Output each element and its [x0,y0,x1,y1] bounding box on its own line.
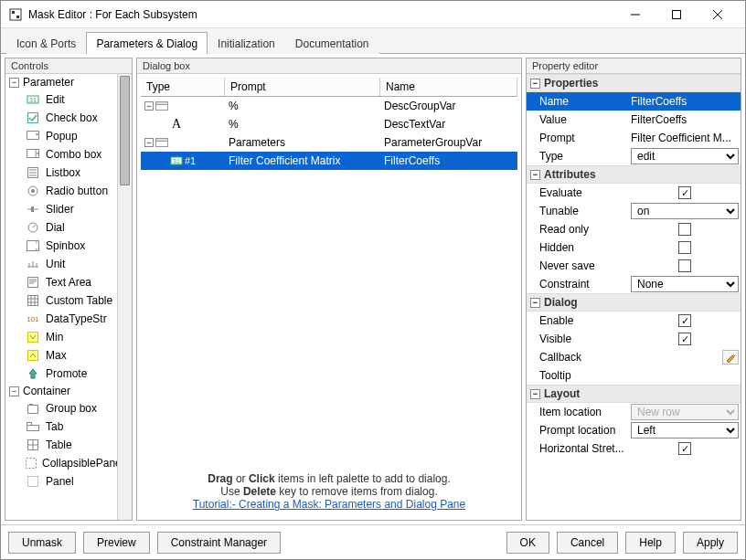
constraint-manager-button[interactable]: Constraint Manager [157,532,281,554]
palette-item[interactable]: Popup [5,127,117,145]
expander-icon[interactable]: − [144,101,154,111]
controls-panel: Controls − Parameter 31EditCheck boxPopu… [5,58,133,521]
palette-item[interactable]: Min [5,328,117,346]
palette-item[interactable]: Group box [5,399,117,417]
expander-icon[interactable]: − [144,138,154,147]
palette-item-label: Max [46,349,67,362]
col-type[interactable]: Type [141,78,225,96]
col-prompt[interactable]: Prompt [225,78,380,96]
app-icon [8,7,23,22]
palette-item[interactable]: Spinbox [5,237,117,255]
palette-item[interactable]: Custom Table [5,291,117,310]
layout-itemloc[interactable]: Item location New row [527,403,741,421]
tab-parameters-dialog[interactable]: Parameters & Dialog [86,32,208,54]
svg-rect-2 [16,16,19,18]
panl-icon [26,474,40,489]
prop-type-select[interactable]: edit [631,148,739,164]
help-button[interactable]: Help [625,532,676,554]
ok-button[interactable]: OK [506,532,549,554]
attr-hidden[interactable]: Hidden [527,238,741,257]
attr-constraint[interactable]: Constraint None [527,275,741,293]
unmask-button[interactable]: Unmask [8,532,76,554]
attr-tunable[interactable]: Tunable on [527,202,741,220]
category-parameter[interactable]: − Parameter [5,74,117,90]
checkbox-icon[interactable]: ✓ [678,442,691,455]
palette-item[interactable]: Check box [5,109,117,127]
dlg-enable[interactable]: Enable ✓ [527,312,741,330]
close-button[interactable] [697,2,738,27]
palette-item-label: Table [46,438,72,451]
palette-item[interactable]: CollapsiblePane [5,454,117,472]
layout-promptloc-select[interactable]: Left [631,422,739,438]
dlg-callback[interactable]: Callback [527,348,741,366]
palette-item[interactable]: 101DataTypeStr [5,310,117,328]
checkbox-icon[interactable]: ✓ [678,186,691,199]
dialog-tree-row[interactable]: −ParametersParameterGroupVar [141,133,517,152]
layout-hstretch[interactable]: Horizontal Stret... ✓ [527,439,741,458]
attr-tunable-select[interactable]: on [631,203,739,219]
col-name[interactable]: Name [380,78,517,96]
dlg-visible[interactable]: Visible ✓ [527,330,741,348]
palette-item[interactable]: Unit [5,255,117,273]
dialog-row-prompt: % [225,118,380,131]
collapse-icon[interactable]: − [9,78,19,88]
palette-item[interactable]: Slider [5,200,117,218]
palette-item[interactable]: Dial [5,218,117,237]
dialog-tree-row[interactable]: A%DescTextVar [141,115,517,133]
svg-rect-1 [12,11,15,14]
section-attributes[interactable]: −Attributes [527,165,741,184]
palette-item[interactable]: 31Edit [5,90,117,109]
edit-icon: 31 [170,155,183,166]
controls-list[interactable]: − Parameter 31EditCheck boxPopupCombo bo… [5,74,132,520]
checkbox-icon[interactable] [678,223,691,236]
apply-button[interactable]: Apply [683,532,738,554]
prop-name[interactable]: Name FilterCoeffs [527,92,741,111]
dialog-table-header: Type Prompt Name [141,78,517,97]
cancel-button[interactable]: Cancel [557,532,618,554]
preview-button[interactable]: Preview [83,532,150,554]
attr-neversave[interactable]: Never save [527,257,741,275]
tab-initialization[interactable]: Initialization [208,32,285,54]
svg-rect-48 [28,477,38,487]
pencil-icon[interactable] [722,350,739,365]
palette-item[interactable]: Combo box [5,145,117,164]
prop-type[interactable]: Type edit [527,147,741,165]
tab-documentation[interactable]: Documentation [285,32,379,54]
checkbox-icon[interactable]: ✓ [678,314,691,327]
dialog-tree-row[interactable]: 31#1Filter Coefficient MatrixFilterCoeff… [141,152,517,170]
palette-item[interactable]: Listbox [5,164,117,182]
tab-icon-ports[interactable]: Icon & Ports [6,32,86,54]
attr-constraint-select[interactable]: None [631,276,739,292]
maximize-button[interactable] [655,2,697,27]
palette-item[interactable]: Max [5,346,117,365]
palette-item-label: Custom Table [46,294,112,307]
attr-evaluate[interactable]: Evaluate ✓ [527,184,741,202]
palette-item[interactable]: Table [5,436,117,454]
section-layout[interactable]: −Layout [527,385,741,403]
unit-icon [26,257,40,271]
collapse-icon[interactable]: − [9,386,19,396]
tutorial-link[interactable]: Tutorial:- Creating a Mask: Parameters a… [193,498,465,511]
prop-prompt[interactable]: Prompt Filter Coefficient M... [527,129,741,147]
dialog-tree[interactable]: −%DescGroupVarA%DescTextVar−ParametersPa… [141,97,517,170]
checkbox-icon[interactable]: ✓ [678,333,691,345]
palette-item-label: Promote [46,367,87,380]
minimize-button[interactable] [614,2,655,27]
checkbox-icon[interactable] [678,241,691,254]
attr-readonly[interactable]: Read only [527,220,741,238]
prop-value[interactable]: Value FilterCoeffs [527,111,741,129]
section-properties[interactable]: −Properties [527,74,741,92]
section-dialog[interactable]: −Dialog [527,293,741,312]
dlg-tooltip[interactable]: Tooltip [527,366,741,385]
palette-item[interactable]: Tab [5,417,117,436]
palette-item[interactable]: Promote [5,365,117,383]
dialog-tree-row[interactable]: −%DescGroupVar [141,97,517,115]
prom-icon [26,366,40,381]
scrollbar[interactable] [117,74,132,520]
checkbox-icon[interactable] [678,259,691,272]
palette-item[interactable]: Text Area [5,273,117,291]
palette-item[interactable]: Panel [5,472,117,491]
palette-item[interactable]: Radio button [5,182,117,200]
layout-promptloc[interactable]: Prompt location Left [527,421,741,439]
category-container[interactable]: − Container [5,383,117,399]
